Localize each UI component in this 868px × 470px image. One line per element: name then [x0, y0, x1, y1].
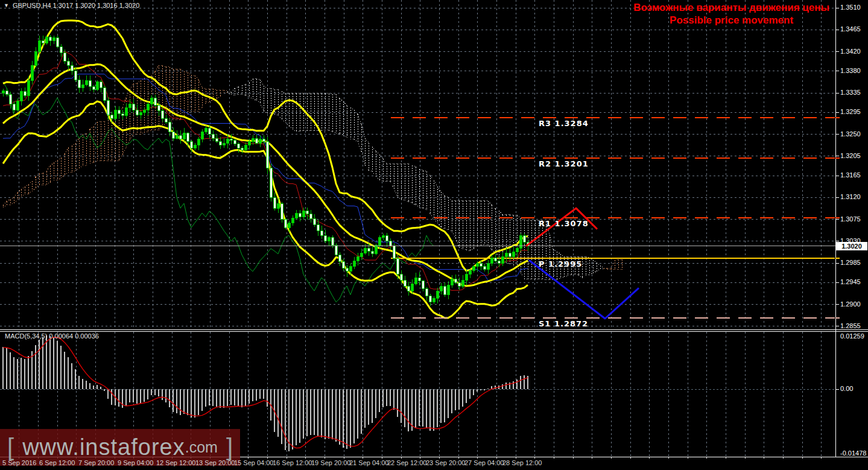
bear-candle [320, 230, 323, 235]
bear-candle [346, 268, 348, 272]
price-axis-label[interactable]: 1.3120 [840, 193, 861, 200]
bull-candle [414, 278, 417, 284]
chart-canvas[interactable] [0, 0, 868, 470]
bear-candle [407, 286, 410, 291]
bear-candle [13, 104, 15, 110]
bull-candle [38, 41, 40, 52]
bear-candle [266, 142, 268, 168]
price-axis-label[interactable]: 1.3380 [840, 67, 861, 74]
bull-candle [31, 65, 33, 81]
bull-candle [487, 263, 489, 269]
time-axis-label[interactable]: 22 Sep 12:00 [387, 459, 426, 466]
bear-candle [306, 211, 308, 214]
time-axis-label[interactable]: 19 Sep 20:00 [311, 459, 350, 466]
price-axis-label[interactable]: 1.3075 [840, 215, 861, 223]
bear-candle [483, 267, 486, 270]
time-axis-label[interactable]: 15 Sep 04:00 [234, 459, 273, 466]
time-axis-label[interactable]: 9 Sep 04:00 [118, 459, 153, 466]
bear-candle [89, 81, 91, 87]
time-axis-label[interactable]: 6 Sep 12:00 [39, 459, 75, 466]
bear-candle [280, 203, 283, 220]
bull-candle [223, 143, 225, 145]
bear-candle [219, 142, 221, 145]
price-axis-label[interactable]: 1.3335 [840, 89, 861, 96]
bull-candle [291, 218, 294, 223]
price-axis-label[interactable]: 1.3030 [840, 237, 861, 244]
time-axis-label[interactable]: 21 Sep 04:00 [349, 459, 388, 466]
bear-candle [71, 65, 73, 71]
bull-candle [451, 279, 453, 285]
bear-candle [309, 214, 312, 219]
time-axis-label[interactable]: 16 Sep 12:00 [273, 459, 312, 466]
chart-dropdown-icon[interactable]: ▼ [4, 2, 9, 8]
bull-candle [501, 257, 504, 263]
bear-candle [404, 280, 406, 286]
bear-candle [172, 132, 174, 138]
time-axis-label[interactable]: 13 Sep 20:00 [195, 459, 235, 466]
time-axis-label[interactable]: 23 Sep 20:00 [426, 459, 465, 466]
symbol-quote-text: GBPUSD,H4 1.3017 1.3020 1.3016 1.3020 [13, 2, 139, 9]
bear-candle [262, 139, 265, 142]
bear-candle [24, 92, 26, 95]
time-axis-label[interactable]: 7 Sep 20:00 [78, 459, 114, 466]
time-axis-label[interactable]: 28 Sep 12:00 [502, 459, 542, 466]
price-axis-label[interactable]: 1.3250 [840, 130, 861, 138]
annotation-title-en: Possible price movement [633, 14, 829, 27]
bear-candle [136, 110, 138, 115]
bull-candle [143, 110, 145, 112]
macd-axis-label-bottom: -0.01478 [840, 449, 866, 457]
price-axis-label[interactable]: 1.2945 [840, 278, 861, 285]
price-axis-label[interactable]: 1.3510 [840, 4, 861, 11]
bull-candle [465, 275, 467, 281]
price-axis-label[interactable]: 1.2855 [840, 322, 861, 329]
bear-candle [429, 296, 431, 302]
bear-candle [270, 168, 272, 197]
bear-candle [63, 52, 66, 62]
bull-candle [356, 257, 359, 261]
bear-candle [168, 122, 171, 132]
bear-candle [508, 253, 511, 256]
bear-candle [523, 235, 525, 242]
bull-candle [295, 213, 297, 218]
bear-candle [118, 110, 120, 113]
annotation-title-ru: Возможные варианты движения цены [633, 1, 829, 14]
bull-candle [436, 291, 439, 299]
bear-candle [42, 41, 44, 43]
bull-candle [472, 267, 475, 270]
price-axis-label[interactable]: 1.2985 [840, 259, 861, 266]
bull-candle [277, 203, 279, 208]
bear-candle [56, 38, 59, 47]
bear-candle [385, 235, 388, 241]
watermark-bracket-right: ] [218, 434, 241, 461]
price-axis-label[interactable]: 1.3165 [840, 171, 861, 179]
bull-candle [447, 285, 449, 294]
bull-candle [204, 129, 207, 132]
bull-candle [244, 145, 247, 150]
bull-candle [469, 270, 471, 274]
chart-annotation-title: Возможные варианты движения цены Possibl… [633, 1, 829, 27]
time-axis-label[interactable]: 5 Sep 2016 [2, 459, 36, 466]
watermark-tld: .com [185, 439, 218, 456]
symbol-info: ▼ GBPUSD,H4 1.3017 1.3020 1.3016 1.3020 [4, 2, 139, 9]
bull-candle [147, 104, 149, 110]
price-axis-label[interactable]: 1.3420 [840, 48, 861, 55]
bull-candle [194, 145, 196, 148]
time-axis-label[interactable]: 27 Sep 04:00 [464, 459, 504, 466]
price-axis-label[interactable]: 1.3205 [840, 152, 861, 159]
bear-candle [255, 138, 258, 143]
price-axis-label[interactable]: 1.2900 [840, 300, 861, 308]
bull-candle [378, 237, 381, 245]
bull-candle [114, 110, 116, 119]
price-axis-label[interactable]: 1.3295 [840, 108, 861, 115]
bull-candle [505, 253, 507, 256]
bear-candle [371, 251, 373, 254]
bull-candle [34, 52, 37, 66]
bull-candle [20, 92, 22, 101]
bull-candle [16, 101, 19, 110]
bear-candle [367, 249, 370, 251]
bull-candle [252, 138, 254, 142]
time-axis-label[interactable]: 12 Sep 12:00 [156, 459, 195, 466]
price-axis-label[interactable]: 1.3465 [840, 25, 861, 33]
bear-candle [100, 82, 102, 88]
bear-candle [208, 129, 211, 135]
